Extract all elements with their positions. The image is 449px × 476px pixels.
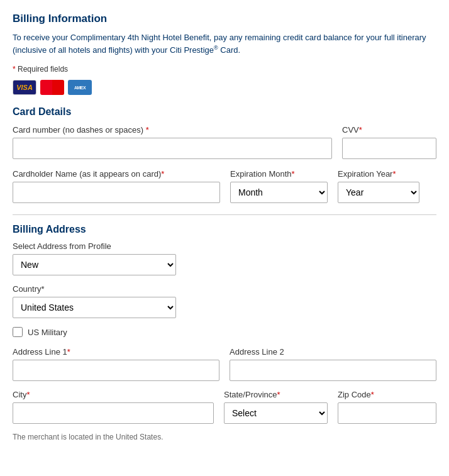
cardholder-exp-row: Cardholder Name (as it appears on card)*… xyxy=(13,169,436,203)
country-select[interactable]: United States Canada United Kingdom xyxy=(13,297,176,318)
select-address-label: Select Address from Profile xyxy=(13,241,436,251)
required-note: * Required fields xyxy=(13,65,436,74)
section-divider xyxy=(13,214,436,215)
card-number-label: Card number (no dashes or spaces) * xyxy=(13,125,332,135)
zip-input[interactable] xyxy=(338,402,436,424)
country-label: Country* xyxy=(13,284,436,294)
address-line1-group: Address Line 1* xyxy=(13,347,219,381)
city-group: City* xyxy=(13,390,214,424)
cardholder-label: Cardholder Name (as it appears on card)* xyxy=(13,169,220,179)
cvv-input[interactable] xyxy=(342,138,436,159)
billing-address-section: Billing Address Select Address from Prof… xyxy=(13,224,436,441)
amex-icon: AMEX xyxy=(68,80,92,95)
address-line2-group: Address Line 2 xyxy=(230,347,436,381)
exp-year-group: Expiration Year* Year 2024 2025 2026 202… xyxy=(338,169,419,203)
address-lines-row: Address Line 1* Address Line 2 xyxy=(13,347,436,381)
page-title: Billing Information xyxy=(13,13,436,25)
address-line2-input[interactable] xyxy=(230,360,436,381)
city-label: City* xyxy=(13,390,214,399)
card-number-cvv-row: Card number (no dashes or spaces) * CVV* xyxy=(13,125,436,159)
card-number-input[interactable] xyxy=(13,138,332,159)
city-input[interactable] xyxy=(13,402,214,424)
card-number-group: Card number (no dashes or spaces) * xyxy=(13,125,332,159)
us-military-label[interactable]: US Military xyxy=(28,328,67,337)
card-icons: VISA AMEX xyxy=(13,80,436,95)
state-label: State/Province* xyxy=(224,390,328,399)
address-line2-label: Address Line 2 xyxy=(230,347,436,357)
zip-group: Zip Code* xyxy=(338,390,436,424)
cvv-group: CVV* xyxy=(342,125,436,159)
address-line1-label: Address Line 1* xyxy=(13,347,219,357)
city-state-zip-row: City* State/Province* Select Alabama Ala… xyxy=(13,390,436,424)
state-group: State/Province* Select Alabama Alaska Ca… xyxy=(224,390,328,424)
country-group: Country* United States Canada United Kin… xyxy=(13,284,436,318)
address-line1-input[interactable] xyxy=(13,360,219,381)
exp-year-select[interactable]: Year 2024 2025 2026 2027 2028 xyxy=(338,182,419,203)
mastercard-icon xyxy=(40,80,64,95)
state-select[interactable]: Select Alabama Alaska California New Yor… xyxy=(224,402,328,424)
us-military-row: US Military xyxy=(13,327,436,337)
visa-icon: VISA xyxy=(13,80,36,95)
zip-label: Zip Code* xyxy=(338,390,436,399)
select-address-group: Select Address from Profile New Profile … xyxy=(13,241,436,275)
exp-month-select[interactable]: Month January February March April May J… xyxy=(230,182,328,203)
merchant-note: The merchant is located in the United St… xyxy=(13,433,436,441)
cardholder-group: Cardholder Name (as it appears on card)* xyxy=(13,169,220,203)
address-dropdown-wrapper: New Profile Address 1 xyxy=(13,254,176,275)
cardholder-name-input[interactable] xyxy=(13,182,220,203)
intro-text: To receive your Complimentary 4th Night … xyxy=(13,31,436,56)
card-details-title: Card Details xyxy=(13,106,436,118)
exp-month-group: Expiration Month* Month January February… xyxy=(230,169,328,203)
address-profile-select[interactable]: New Profile Address 1 xyxy=(13,254,176,275)
cvv-label: CVV* xyxy=(342,125,436,135)
us-military-checkbox[interactable] xyxy=(13,327,23,337)
billing-address-title: Billing Address xyxy=(13,224,436,235)
exp-year-label: Expiration Year* xyxy=(338,169,419,179)
exp-month-label: Expiration Month* xyxy=(230,169,328,179)
country-dropdown-wrapper: United States Canada United Kingdom xyxy=(13,297,176,318)
